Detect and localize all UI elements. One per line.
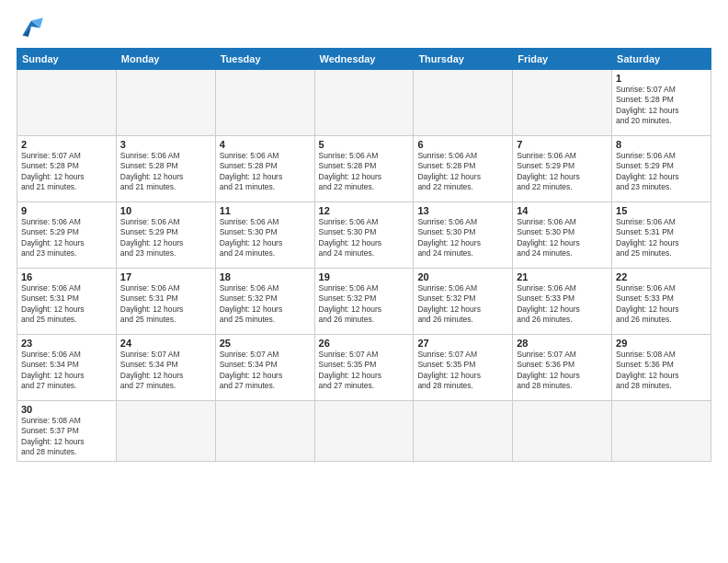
calendar-cell: [513, 70, 612, 136]
header: [17, 15, 711, 40]
day-info: Sunrise: 5:06 AM Sunset: 5:30 PM Dayligh…: [517, 217, 608, 259]
calendar-cell: [314, 70, 414, 136]
day-info: Sunrise: 5:06 AM Sunset: 5:33 PM Dayligh…: [517, 283, 608, 326]
logo-icon: [17, 15, 46, 40]
calendar-cell: [215, 70, 314, 136]
day-info: Sunrise: 5:06 AM Sunset: 5:30 PM Dayligh…: [220, 217, 311, 259]
calendar-cell: 7Sunrise: 5:06 AM Sunset: 5:29 PM Daylig…: [513, 136, 612, 202]
header-monday: Monday: [116, 49, 215, 70]
calendar-cell: 10Sunrise: 5:06 AM Sunset: 5:29 PM Dayli…: [116, 202, 215, 269]
day-info: Sunrise: 5:06 AM Sunset: 5:29 PM Dayligh…: [616, 151, 707, 193]
day-info: Sunrise: 5:08 AM Sunset: 5:36 PM Dayligh…: [616, 350, 707, 392]
day-info: Sunrise: 5:06 AM Sunset: 5:28 PM Dayligh…: [417, 151, 508, 193]
calendar-cell: 8Sunrise: 5:06 AM Sunset: 5:29 PM Daylig…: [612, 136, 711, 202]
calendar-cell: [116, 401, 215, 462]
calendar-cell: 3Sunrise: 5:06 AM Sunset: 5:28 PM Daylig…: [116, 136, 215, 202]
calendar-cell: 17Sunrise: 5:06 AM Sunset: 5:31 PM Dayli…: [116, 269, 215, 335]
day-info: Sunrise: 5:06 AM Sunset: 5:31 PM Dayligh…: [120, 283, 211, 326]
day-number: 21: [517, 271, 608, 282]
day-number: 20: [417, 271, 508, 282]
day-number: 28: [517, 338, 608, 349]
calendar-cell: [116, 70, 215, 136]
day-info: Sunrise: 5:06 AM Sunset: 5:28 PM Dayligh…: [120, 151, 211, 193]
day-number: 17: [120, 271, 211, 282]
calendar-cell: 4Sunrise: 5:06 AM Sunset: 5:28 PM Daylig…: [215, 136, 314, 202]
calendar-cell: [215, 401, 314, 462]
day-number: 8: [616, 139, 707, 150]
calendar-cell: 23Sunrise: 5:06 AM Sunset: 5:34 PM Dayli…: [17, 335, 117, 401]
day-info: Sunrise: 5:07 AM Sunset: 5:34 PM Dayligh…: [120, 350, 211, 392]
day-number: 25: [220, 338, 311, 349]
day-number: 29: [616, 338, 707, 349]
day-info: Sunrise: 5:07 AM Sunset: 5:28 PM Dayligh…: [21, 151, 112, 193]
day-number: 24: [120, 338, 211, 349]
day-number: 23: [21, 338, 112, 349]
day-info: Sunrise: 5:07 AM Sunset: 5:34 PM Dayligh…: [220, 350, 311, 392]
day-info: Sunrise: 5:06 AM Sunset: 5:28 PM Dayligh…: [220, 151, 311, 193]
day-info: Sunrise: 5:06 AM Sunset: 5:33 PM Dayligh…: [616, 283, 707, 326]
calendar-cell: 6Sunrise: 5:06 AM Sunset: 5:28 PM Daylig…: [414, 136, 513, 202]
day-info: Sunrise: 5:06 AM Sunset: 5:32 PM Dayligh…: [417, 283, 508, 326]
day-number: 1: [616, 73, 707, 84]
day-number: 19: [319, 271, 410, 282]
calendar-cell: 28Sunrise: 5:07 AM Sunset: 5:36 PM Dayli…: [513, 335, 612, 401]
header-sunday: Sunday: [17, 49, 117, 70]
day-info: Sunrise: 5:06 AM Sunset: 5:34 PM Dayligh…: [21, 350, 112, 392]
day-info: Sunrise: 5:06 AM Sunset: 5:29 PM Dayligh…: [517, 151, 608, 193]
calendar-cell: 29Sunrise: 5:08 AM Sunset: 5:36 PM Dayli…: [612, 335, 711, 401]
calendar-cell: 13Sunrise: 5:06 AM Sunset: 5:30 PM Dayli…: [414, 202, 513, 269]
day-number: 13: [417, 205, 508, 216]
logo: [17, 15, 50, 40]
day-number: 30: [21, 404, 112, 415]
calendar-cell: 16Sunrise: 5:06 AM Sunset: 5:31 PM Dayli…: [17, 269, 117, 335]
page: Sunday Monday Tuesday Wednesday Thursday…: [0, 0, 728, 563]
calendar-cell: 19Sunrise: 5:06 AM Sunset: 5:32 PM Dayli…: [314, 269, 414, 335]
calendar-cell: 27Sunrise: 5:07 AM Sunset: 5:35 PM Dayli…: [414, 335, 513, 401]
day-info: Sunrise: 5:07 AM Sunset: 5:28 PM Dayligh…: [616, 85, 707, 127]
day-number: 10: [120, 205, 211, 216]
calendar-cell: 9Sunrise: 5:06 AM Sunset: 5:29 PM Daylig…: [17, 202, 117, 269]
day-info: Sunrise: 5:06 AM Sunset: 5:28 PM Dayligh…: [319, 151, 410, 193]
calendar-cell: 25Sunrise: 5:07 AM Sunset: 5:34 PM Dayli…: [215, 335, 314, 401]
day-number: 15: [616, 205, 707, 216]
calendar-cell: 21Sunrise: 5:06 AM Sunset: 5:33 PM Dayli…: [513, 269, 612, 335]
header-wednesday: Wednesday: [314, 49, 414, 70]
calendar-cell: [314, 401, 414, 462]
day-number: 27: [417, 338, 508, 349]
day-number: 4: [220, 139, 311, 150]
day-info: Sunrise: 5:06 AM Sunset: 5:31 PM Dayligh…: [616, 217, 707, 259]
weekday-header-row: Sunday Monday Tuesday Wednesday Thursday…: [17, 49, 711, 70]
day-number: 12: [319, 205, 410, 216]
day-number: 11: [220, 205, 311, 216]
calendar-cell: 30Sunrise: 5:08 AM Sunset: 5:37 PM Dayli…: [17, 401, 117, 462]
day-number: 14: [517, 205, 608, 216]
day-number: 26: [319, 338, 410, 349]
day-number: 22: [616, 271, 707, 282]
calendar-cell: 22Sunrise: 5:06 AM Sunset: 5:33 PM Dayli…: [612, 269, 711, 335]
calendar-cell: [612, 401, 711, 462]
header-friday: Friday: [513, 49, 612, 70]
day-info: Sunrise: 5:07 AM Sunset: 5:36 PM Dayligh…: [517, 350, 608, 392]
calendar-cell: [513, 401, 612, 462]
day-info: Sunrise: 5:06 AM Sunset: 5:32 PM Dayligh…: [220, 283, 311, 326]
calendar-cell: 12Sunrise: 5:06 AM Sunset: 5:30 PM Dayli…: [314, 202, 414, 269]
day-number: 9: [21, 205, 112, 216]
calendar-cell: [414, 401, 513, 462]
calendar-cell: 11Sunrise: 5:06 AM Sunset: 5:30 PM Dayli…: [215, 202, 314, 269]
day-number: 18: [220, 271, 311, 282]
day-info: Sunrise: 5:06 AM Sunset: 5:30 PM Dayligh…: [319, 217, 410, 259]
calendar-cell: 14Sunrise: 5:06 AM Sunset: 5:30 PM Dayli…: [513, 202, 612, 269]
calendar-cell: 24Sunrise: 5:07 AM Sunset: 5:34 PM Dayli…: [116, 335, 215, 401]
calendar-cell: 20Sunrise: 5:06 AM Sunset: 5:32 PM Dayli…: [414, 269, 513, 335]
calendar-cell: 26Sunrise: 5:07 AM Sunset: 5:35 PM Dayli…: [314, 335, 414, 401]
day-number: 2: [21, 139, 112, 150]
day-info: Sunrise: 5:06 AM Sunset: 5:31 PM Dayligh…: [21, 283, 112, 326]
calendar-cell: 2Sunrise: 5:07 AM Sunset: 5:28 PM Daylig…: [17, 136, 117, 202]
calendar-cell: [414, 70, 513, 136]
day-number: 16: [21, 271, 112, 282]
calendar-cell: 15Sunrise: 5:06 AM Sunset: 5:31 PM Dayli…: [612, 202, 711, 269]
day-number: 5: [319, 139, 410, 150]
day-number: 6: [417, 139, 508, 150]
header-tuesday: Tuesday: [215, 49, 314, 70]
header-saturday: Saturday: [612, 49, 711, 70]
